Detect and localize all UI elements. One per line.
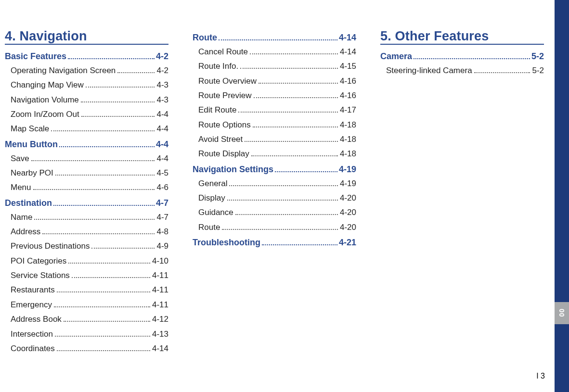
entry-label: Edit Route — [198, 104, 236, 116]
toc-entry: Address 4-8 — [11, 226, 168, 238]
section-label: Destination — [5, 198, 52, 208]
toc-entry: General 4-19 — [198, 177, 356, 190]
dot-leader — [81, 101, 155, 102]
entry-label: Address — [11, 226, 40, 238]
dot-leader — [251, 155, 338, 156]
dot-leader — [235, 214, 338, 215]
entry-page: 4-15 — [340, 60, 356, 73]
section-page: 4-7 — [156, 198, 168, 208]
dot-leader — [275, 171, 337, 172]
toc-entry: Route Info. 4-15 — [198, 60, 356, 73]
entry-page: 4-20 — [340, 206, 356, 219]
entry-page: 4-4 — [156, 123, 168, 135]
entry-label: Display — [198, 192, 225, 204]
entry-page: 4-14 — [340, 46, 356, 58]
toc-entry: Cancel Route 4-14 — [198, 46, 356, 58]
entry-page: 4-4 — [156, 108, 168, 121]
toc-entry: Zoom In/Zoom Out 4-4 — [11, 108, 168, 121]
entry-page: 4-16 — [340, 89, 356, 102]
entry-label: Navigation Volume — [11, 94, 79, 106]
entry-label: Menu — [11, 181, 31, 194]
toc-content: 4. NavigationBasic Features 4-2Operating… — [0, 0, 569, 357]
dot-leader — [245, 141, 338, 142]
entry-label: Route Preview — [198, 89, 252, 102]
dot-leader — [259, 83, 338, 84]
entry-page: 4-10 — [152, 255, 168, 267]
entry-label: Previous Destinations — [11, 240, 90, 253]
entry-page: 4-5 — [156, 167, 168, 179]
column-2: Route4-14Cancel Route 4-14Route Info. 4-… — [193, 29, 356, 357]
chapter-title: 4. Navigation — [5, 29, 168, 45]
toc-entry: Name 4-7 — [11, 211, 168, 224]
column-1: 4. NavigationBasic Features 4-2Operating… — [5, 29, 168, 357]
entry-label: Route Overview — [198, 75, 257, 88]
entry-page: 4-7 — [156, 211, 168, 224]
dot-leader — [117, 72, 155, 73]
entry-label: POI Categories — [11, 255, 66, 267]
entry-page: 4-8 — [156, 226, 168, 238]
entry-label: Changing Map View — [11, 79, 84, 91]
dot-leader — [238, 112, 338, 113]
dot-leader — [81, 116, 155, 117]
entry-label: Cancel Route — [198, 46, 248, 58]
toc-entry: Operating Navigation Screen 4-2 — [11, 64, 168, 77]
chapter-title: 5. Other Features — [380, 29, 544, 45]
toc-entry: POI Categories 4-10 — [11, 255, 168, 267]
dot-leader — [474, 72, 530, 73]
dot-leader — [55, 175, 155, 176]
toc-entry: Avoid Street 4-18 — [198, 133, 356, 146]
toc-entry: Display 4-20 — [198, 192, 356, 204]
dot-leader — [57, 291, 150, 292]
entry-label: Intersection — [11, 328, 53, 341]
entry-label: Guidance — [198, 206, 233, 219]
toc-entry: Route 4-20 — [198, 221, 356, 234]
dot-leader — [57, 350, 150, 351]
dot-leader — [262, 244, 337, 245]
toc-entry: Route Preview 4-16 — [198, 89, 356, 102]
dot-leader — [86, 87, 155, 88]
section-label: Menu Button — [5, 139, 58, 150]
toc-entry: Route Display 4-18 — [198, 148, 356, 160]
entry-page: 4-17 — [340, 104, 356, 116]
section-page: 4-19 — [339, 164, 356, 175]
dot-leader — [414, 58, 530, 59]
toc-entry: Save 4-4 — [11, 152, 168, 165]
toc-section: Menu Button 4-4 — [5, 139, 168, 150]
page-number: I 3 — [536, 372, 545, 380]
entry-page: 4-9 — [156, 240, 168, 253]
dot-leader — [91, 248, 155, 249]
dot-leader — [64, 321, 150, 322]
section-label: Basic Features — [5, 51, 66, 62]
section-page: 4-4 — [156, 139, 168, 150]
entry-page: 4-11 — [152, 299, 168, 311]
toc-entry: Route Overview 4-16 — [198, 75, 356, 88]
entry-page: 4-4 — [156, 152, 168, 165]
entry-page: 4-14 — [152, 342, 168, 355]
dot-leader — [33, 189, 155, 190]
entry-label: Save — [11, 152, 29, 165]
sidebar-stripe — [555, 0, 569, 392]
entry-label: Route — [198, 221, 220, 234]
toc-entry: Navigation Volume 4-3 — [11, 94, 168, 106]
toc-entry: Steering-linked Camera 5-2 — [386, 64, 544, 77]
toc-entry: Previous Destinations 4-9 — [11, 240, 168, 253]
column-3: 5. Other FeaturesCamera5-2Steering-linke… — [380, 29, 544, 357]
section-label: Navigation Settings — [193, 164, 273, 175]
toc-section: Route4-14 — [193, 33, 356, 43]
entry-label: Emergency — [11, 299, 52, 311]
entry-label: Route Options — [198, 119, 251, 131]
toc-entry: Route Options 4-18 — [198, 119, 356, 131]
entry-page: 4-20 — [340, 221, 356, 234]
toc-entry: Emergency 4-11 — [11, 299, 168, 311]
toc-entry: Edit Route 4-17 — [198, 104, 356, 116]
entry-label: Operating Navigation Screen — [11, 64, 116, 77]
dot-leader — [53, 205, 155, 206]
toc-entry: Guidance 4-20 — [198, 206, 356, 219]
entry-label: Map Scale — [11, 123, 49, 135]
toc-entry: Restaurants 4-11 — [11, 284, 168, 296]
dot-leader — [59, 146, 155, 147]
entry-page: 4-18 — [340, 148, 356, 160]
dot-leader — [55, 336, 150, 337]
entry-page: 4-11 — [152, 284, 168, 296]
dot-leader — [31, 160, 155, 161]
